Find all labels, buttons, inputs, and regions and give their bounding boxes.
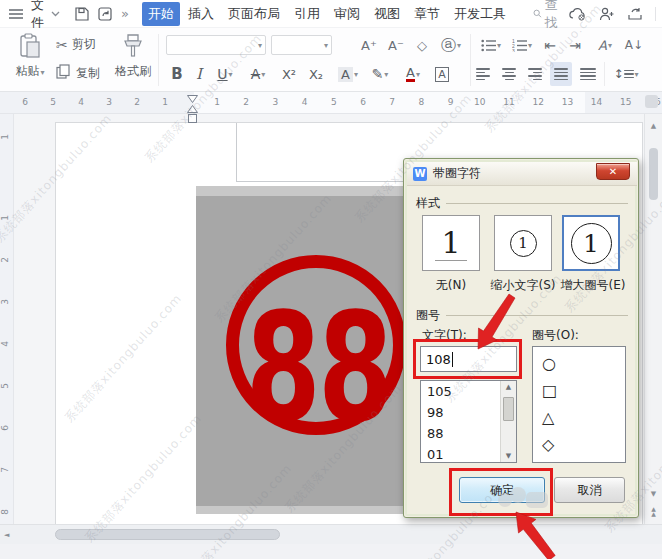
scroll-up-icon[interactable]: ▲ xyxy=(645,122,662,130)
scrollbar-thumb[interactable] xyxy=(649,148,658,200)
style-option-enlarge-circle[interactable]: 1 xyxy=(562,215,620,271)
find-button[interactable]: 查找 xyxy=(533,0,562,32)
previous-page-icon[interactable]: ▲▲ xyxy=(645,506,662,516)
circle-shape-list[interactable]: ○□△◇ xyxy=(532,346,626,463)
enclosed-character-button[interactable]: ⓐ▾ xyxy=(436,34,466,56)
tab-审阅[interactable]: 审阅 xyxy=(328,2,366,26)
text-options-list[interactable]: 105988801 ▲ ▼ xyxy=(420,380,517,463)
save-icon[interactable] xyxy=(74,6,90,22)
paste-label: 粘贴 xyxy=(15,64,39,78)
bullet-list-button[interactable]: ▾ xyxy=(477,34,505,56)
style-option-none[interactable]: 1 xyxy=(422,215,480,271)
format-painter-button[interactable]: 格式刷 xyxy=(112,33,154,80)
paste-button[interactable]: 粘贴▾ xyxy=(10,33,50,80)
justify-button[interactable] xyxy=(550,62,572,86)
font-size-select[interactable]: ▾ xyxy=(271,35,332,55)
decrease-indent-button[interactable]: ⇤ xyxy=(539,34,561,56)
style-label-enlarge-circle[interactable]: 增大圈号(E) xyxy=(556,277,630,294)
grow-font-button[interactable]: A⁺ xyxy=(357,34,381,56)
circle-section-label: 圈号 xyxy=(416,307,440,324)
font-name-select[interactable]: ▾ xyxy=(166,35,266,55)
toolbar-more-icon[interactable]: » xyxy=(121,6,129,21)
circle-shape-option[interactable]: △ xyxy=(533,404,625,431)
file-menu[interactable]: 文件 xyxy=(31,0,44,32)
vertical-ruler[interactable]: 112345678 xyxy=(0,114,14,524)
copy-button[interactable]: 复制 xyxy=(56,64,100,83)
text-effect-button[interactable]: A▾ xyxy=(590,34,620,56)
subscript-button[interactable]: X₂ xyxy=(303,62,329,86)
distribute-icon xyxy=(580,68,596,80)
increase-indent-button[interactable]: ⇥ xyxy=(564,34,586,56)
tab-开发工具[interactable]: 开发工具 xyxy=(448,2,512,26)
char-border-button[interactable]: A xyxy=(431,62,453,86)
ruler-number: 3 xyxy=(0,299,10,305)
line-spacing-button[interactable]: ↕▾ xyxy=(610,62,642,86)
cut-button[interactable]: ✂ 剪切 xyxy=(56,36,96,53)
tab-插入[interactable]: 插入 xyxy=(182,2,220,26)
align-left-icon xyxy=(476,68,490,80)
scroll-down-icon[interactable]: ▼ xyxy=(645,490,662,498)
list-scrollbar[interactable]: ▲ ▼ xyxy=(500,381,516,462)
circle-shape-option[interactable]: ◇ xyxy=(533,431,625,458)
cancel-button[interactable]: 取消 xyxy=(554,477,625,503)
divider xyxy=(470,34,471,86)
indent-marker[interactable] xyxy=(186,94,199,129)
scroll-down-icon[interactable]: ▼ xyxy=(501,452,516,460)
justify-icon xyxy=(554,68,568,80)
superscript-button[interactable]: X² xyxy=(276,62,302,86)
ruler-number: 7 xyxy=(386,97,398,107)
scroll-up-icon[interactable]: ▲ xyxy=(501,383,516,391)
font-color-button[interactable]: A▾ xyxy=(398,62,428,86)
ruler-number: 1 xyxy=(211,97,223,107)
tab-页面布局[interactable]: 页面布局 xyxy=(222,2,286,26)
hamburger-icon[interactable] xyxy=(8,8,24,20)
ruler-number: 3 xyxy=(269,97,281,107)
scrollbar-thumb[interactable] xyxy=(55,529,280,540)
ruler-toggle-icon[interactable] xyxy=(645,95,658,108)
circle-shape-option[interactable]: □ xyxy=(533,377,625,404)
ruler-number: 15 xyxy=(620,97,632,107)
export-icon[interactable] xyxy=(97,6,114,22)
strikethrough-button[interactable]: A▾ xyxy=(243,62,273,86)
format-painter-label: 格式刷 xyxy=(112,63,154,80)
align-left-button[interactable] xyxy=(472,62,494,86)
style-preview-small-circle: 1 xyxy=(510,230,537,257)
vertical-scrollbar[interactable]: ▲ ▼ ▲▲ ▼▼ xyxy=(644,114,662,524)
style-option-shrink-text[interactable]: 1 xyxy=(494,215,552,271)
italic-button[interactable]: I xyxy=(191,62,207,86)
horizontal-ruler[interactable]: 65432112345678910111213141516 xyxy=(0,92,662,114)
share-icon[interactable] xyxy=(627,7,643,21)
horizontal-scrollbar[interactable]: ◄ xyxy=(0,524,662,544)
line-spacing-icon xyxy=(624,70,634,79)
text-direction-button[interactable]: A↓ xyxy=(622,34,646,56)
cloud-sync-icon[interactable] xyxy=(569,7,587,21)
underline-button[interactable]: U▾ xyxy=(210,62,240,86)
align-center-button[interactable] xyxy=(498,62,520,86)
chevron-down-icon[interactable] xyxy=(51,11,60,17)
style-section-header: 样式 xyxy=(416,195,628,212)
tab-引用[interactable]: 引用 xyxy=(288,2,326,26)
style-label-shrink-text[interactable]: 缩小文字(S) xyxy=(486,277,560,294)
ruler-number: 6 xyxy=(0,425,10,431)
bold-button[interactable]: B xyxy=(166,62,188,86)
tab-视图[interactable]: 视图 xyxy=(368,2,406,26)
highlight-button[interactable]: ✎▾ xyxy=(365,62,395,86)
ruler-number: 3 xyxy=(103,97,115,107)
close-button[interactable]: ✕ xyxy=(596,163,630,180)
tab-章节[interactable]: 章节 xyxy=(408,2,446,26)
style-label-none[interactable]: 无(N) xyxy=(422,277,480,294)
shrink-font-button[interactable]: A⁻ xyxy=(384,34,408,56)
shading-button[interactable]: A▾ xyxy=(334,62,362,86)
numbered-list-button[interactable]: 123▾ xyxy=(508,34,536,56)
ruler-number: 6 xyxy=(357,97,369,107)
invite-user-icon[interactable] xyxy=(599,7,615,21)
align-right-button[interactable] xyxy=(524,62,546,86)
distribute-button[interactable] xyxy=(576,62,600,86)
scroll-left-icon[interactable]: ◄ xyxy=(4,531,9,539)
enclosed-character-text: 88 xyxy=(246,293,391,443)
divider xyxy=(604,62,605,86)
scrollbar-thumb[interactable] xyxy=(503,397,514,421)
clear-format-button[interactable]: ◇ xyxy=(411,34,433,56)
circle-shape-option[interactable]: ○ xyxy=(533,350,625,377)
tab-开始[interactable]: 开始 xyxy=(142,2,180,26)
